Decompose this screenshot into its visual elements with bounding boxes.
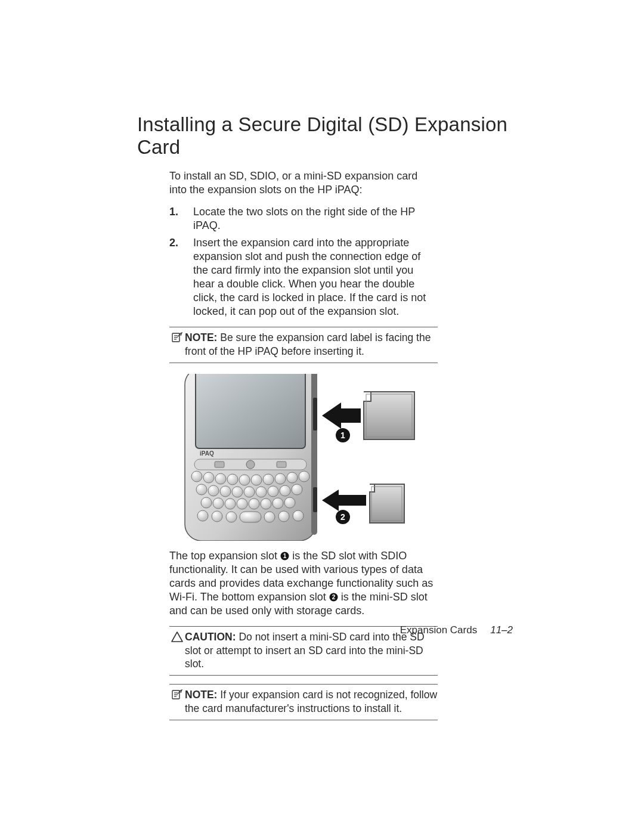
note-body: Be sure the expansion card label is faci…	[185, 332, 431, 357]
divider	[169, 327, 438, 327]
svg-point-46	[278, 511, 289, 522]
svg-point-33	[201, 497, 212, 508]
svg-point-25	[208, 485, 219, 496]
svg-point-21	[275, 473, 286, 484]
svg-point-43	[226, 512, 237, 522]
svg-point-14	[191, 471, 202, 482]
footer-section: Expansion Cards	[400, 624, 477, 636]
note-2-block: NOTE: If your expansion card is not reco…	[169, 684, 438, 720]
intro-text: To install an SD, SDIO, or a mini-SD exp…	[169, 169, 438, 197]
caution-label: CAUTION:	[185, 631, 236, 643]
steps-list: 1. Locate the two slots on the right sid…	[169, 205, 438, 318]
note-label: NOTE:	[185, 689, 217, 701]
note-icon	[169, 688, 185, 715]
svg-point-23	[299, 471, 309, 482]
svg-rect-7	[313, 398, 317, 431]
svg-marker-60	[172, 632, 182, 642]
svg-text:1: 1	[283, 553, 287, 559]
svg-point-15	[203, 472, 214, 483]
svg-point-22	[287, 472, 298, 483]
svg-point-18	[239, 475, 250, 485]
arrow-2	[322, 490, 366, 511]
step-text: Insert the expansion card into the appro…	[193, 236, 438, 318]
divider	[169, 363, 438, 363]
svg-text:2: 2	[340, 512, 345, 522]
svg-rect-44	[240, 512, 261, 522]
svg-point-26	[220, 486, 231, 497]
svg-point-32	[292, 484, 302, 495]
svg-rect-13	[277, 462, 286, 467]
step-number: 2.	[169, 236, 193, 318]
device-brand-label: iPAQ	[200, 450, 214, 457]
svg-point-17	[227, 474, 238, 485]
note-label: NOTE:	[185, 332, 217, 343]
svg-point-19	[251, 475, 262, 485]
svg-point-38	[261, 498, 271, 509]
svg-point-37	[249, 498, 259, 509]
svg-marker-49	[322, 402, 361, 429]
step-2: 2. Insert the expansion card into the ap…	[169, 236, 438, 318]
svg-point-36	[237, 498, 247, 509]
page-footer: Expansion Cards 11–2	[400, 624, 513, 636]
page-title: Installing a Secure Digital (SD) Expansi…	[137, 113, 513, 159]
svg-rect-9	[196, 374, 305, 448]
svg-point-16	[215, 473, 226, 484]
sd-card-1	[364, 392, 414, 439]
svg-point-27	[232, 487, 243, 497]
arrow-1	[322, 402, 361, 429]
svg-point-20	[263, 474, 274, 485]
svg-point-35	[225, 498, 236, 509]
divider	[169, 684, 438, 685]
note-body: If your expansion card is not recognized…	[185, 689, 437, 714]
svg-point-41	[197, 510, 208, 521]
svg-text:1: 1	[340, 431, 345, 440]
svg-point-34	[213, 498, 224, 509]
footer-page-number: 11–2	[490, 624, 513, 636]
svg-point-29	[256, 487, 267, 497]
svg-point-42	[212, 511, 222, 522]
svg-point-40	[284, 497, 295, 508]
svg-rect-8	[313, 487, 317, 512]
slot-description: The top expansion slot 1 is the SD slot …	[169, 549, 438, 618]
figure-badge-1: 1	[336, 428, 350, 442]
mini-sd-card-2	[370, 484, 404, 523]
installation-figure: iPAQ	[179, 374, 426, 541]
inline-badge-2-icon: 2	[329, 593, 338, 602]
slot-desc-pre: The top expansion slot	[169, 550, 280, 562]
caution-block: CAUTION: Do not insert a mini-SD card in…	[169, 626, 438, 676]
svg-point-28	[244, 487, 255, 497]
note-icon	[169, 331, 185, 358]
note-1-text: NOTE: Be sure the expansion card label i…	[185, 331, 438, 358]
figure-badge-2: 2	[336, 510, 350, 524]
inline-badge-1-icon: 1	[280, 552, 289, 561]
svg-point-30	[268, 486, 278, 497]
svg-point-39	[273, 498, 283, 509]
step-text: Locate the two slots on the right side o…	[193, 205, 438, 233]
divider	[169, 626, 438, 627]
svg-point-47	[293, 510, 304, 521]
note-2-text: NOTE: If your expansion card is not reco…	[185, 688, 438, 715]
caution-text: CAUTION: Do not insert a mini-SD card in…	[185, 630, 438, 670]
step-1: 1. Locate the two slots on the right sid…	[169, 205, 438, 233]
svg-point-45	[264, 512, 275, 522]
divider	[169, 675, 438, 676]
note-1-block: NOTE: Be sure the expansion card label i…	[169, 327, 438, 363]
svg-point-11	[246, 460, 255, 469]
svg-rect-12	[215, 462, 224, 467]
svg-text:2: 2	[332, 594, 336, 600]
divider	[169, 720, 438, 720]
svg-point-24	[196, 484, 207, 495]
step-number: 1.	[169, 205, 193, 233]
svg-point-31	[280, 485, 290, 496]
caution-icon	[169, 630, 185, 670]
svg-marker-53	[322, 490, 366, 511]
